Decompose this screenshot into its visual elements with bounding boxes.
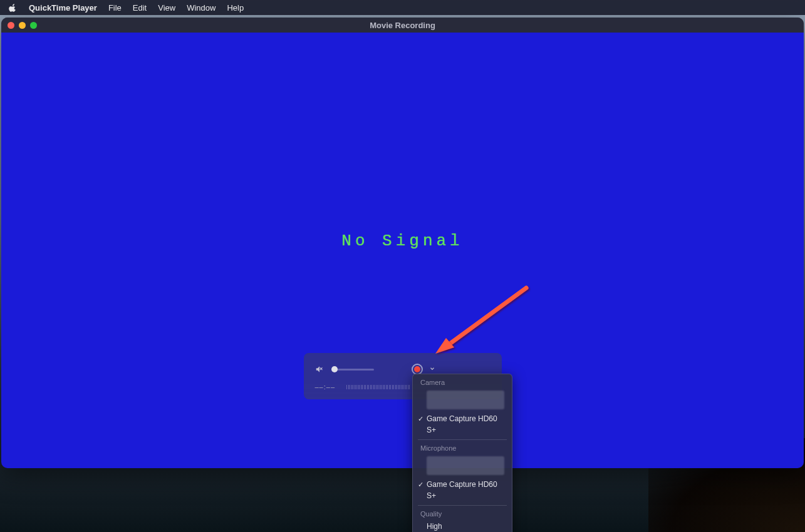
menu-file[interactable]: File [108,3,122,13]
recording-options-dropdown: Camera Game Capture HD60 S+ Microphone G… [412,374,512,532]
menu-edit[interactable]: Edit [133,3,147,13]
dropdown-separator [418,505,507,506]
close-window-button[interactable] [8,22,14,29]
dropdown-section-quality: Quality [413,508,512,519]
options-chevron-down-icon[interactable] [429,365,435,374]
menu-window[interactable]: Window [187,3,216,13]
zoom-window-button[interactable] [30,22,37,29]
minimize-window-button[interactable] [19,22,26,29]
video-preview-area: No Signal ––:– [1,33,804,468]
dropdown-section-microphone: Microphone [413,442,512,454]
window-controls [8,22,37,29]
volume-slider-thumb[interactable] [331,366,338,372]
menu-help[interactable]: Help [227,3,244,13]
dropdown-mic-item-hd60[interactable]: Game Capture HD60 S+ [413,478,512,503]
dropdown-section-camera: Camera [413,377,512,388]
dropdown-quality-high[interactable]: High [413,519,512,532]
movie-recording-window: Movie Recording No Signal [1,18,804,468]
window-titlebar[interactable]: Movie Recording [1,18,804,33]
audio-level-meter [346,384,410,389]
dropdown-mic-item-blurred[interactable] [427,456,504,475]
system-menubar: QuickTime Player File Edit View Window H… [0,0,805,15]
mute-icon[interactable] [315,365,324,374]
app-menu[interactable]: QuickTime Player [29,3,97,13]
dropdown-camera-item-hd60[interactable]: Game Capture HD60 S+ [413,412,512,437]
apple-menu-icon[interactable] [9,3,18,12]
no-signal-text: No Signal [341,232,463,250]
dropdown-separator [418,439,507,440]
record-icon [414,366,420,372]
menu-view[interactable]: View [158,3,175,13]
volume-slider[interactable] [331,369,374,371]
dropdown-camera-item-blurred[interactable] [427,391,504,409]
window-title: Movie Recording [370,21,435,30]
timecode-display: ––:–– [315,383,336,391]
